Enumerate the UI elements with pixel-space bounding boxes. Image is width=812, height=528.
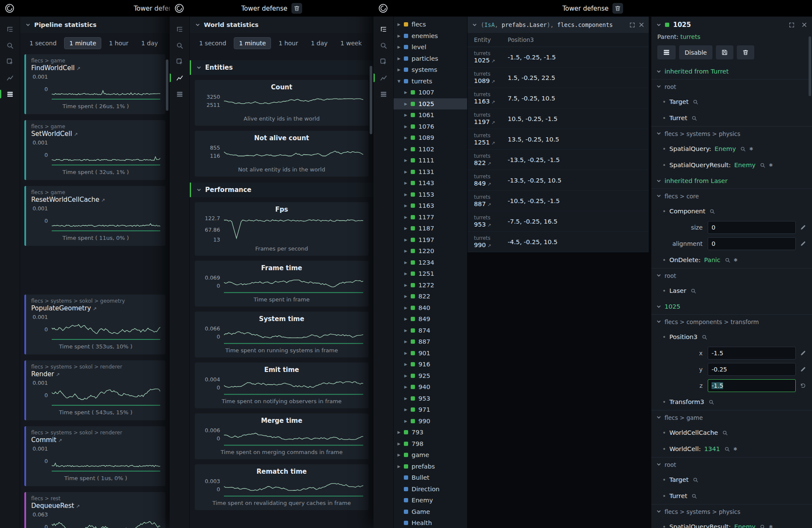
- result-row-822[interactable]: turrets822↗-13.5, -0.25, -1.5: [468, 150, 649, 170]
- time-range-1-minute[interactable]: 1 minute: [234, 37, 271, 49]
- tree-item-level[interactable]: ▶level: [394, 41, 467, 53]
- inspector-section-1025[interactable]: 1025: [651, 299, 812, 314]
- pipeline-stats-icon[interactable]: [0, 88, 20, 100]
- search-icon[interactable]: [725, 257, 730, 263]
- search-icon[interactable]: [691, 493, 697, 499]
- time-range-1-hour[interactable]: 1 hour: [104, 37, 133, 49]
- field-input-y[interactable]: -0.25: [708, 363, 796, 376]
- expand-arrow[interactable]: ▶: [404, 407, 411, 412]
- search-icon[interactable]: [693, 99, 698, 105]
- component-group-flecs-components-transform[interactable]: flecs > components > transform: [651, 314, 812, 329]
- expand-arrow[interactable]: ▶: [404, 215, 411, 219]
- expand-arrow[interactable]: ▶: [397, 453, 404, 457]
- tree-item-940[interactable]: ▶940: [394, 381, 467, 393]
- expand-arrow[interactable]: ▶: [404, 306, 411, 310]
- expand-arrow[interactable]: ▶: [404, 294, 411, 298]
- tree-item-enemies[interactable]: ▶enemies: [394, 30, 467, 42]
- list-view-button[interactable]: [657, 45, 676, 59]
- wildcard-icon[interactable]: ✱: [749, 146, 753, 152]
- tree-item-turrets[interactable]: ▼turrets: [394, 76, 467, 87]
- stat-name-link[interactable]: ResetWorldCellCache↗: [31, 196, 160, 204]
- expand-arrow[interactable]: ▶: [404, 102, 411, 106]
- inspect-icon[interactable]: [0, 55, 20, 68]
- time-range-1-day[interactable]: 1 day: [306, 37, 332, 49]
- component-group-flecs-systems-physics[interactable]: flecs > systems > physics: [651, 504, 812, 519]
- tree-item-798[interactable]: ▶798: [394, 438, 467, 450]
- tree-item-health[interactable]: Health: [394, 517, 467, 528]
- statistics-icon[interactable]: [0, 71, 20, 84]
- tree-item-1197[interactable]: ▶1197: [394, 234, 467, 246]
- expand-arrow[interactable]: ▶: [404, 328, 411, 333]
- pipeline-stats-icon[interactable]: [374, 88, 393, 100]
- component-group-flecs-systems-physics[interactable]: flecs > systems > physics: [651, 126, 812, 141]
- stat-name-link[interactable]: PopulateGeometry↗: [31, 304, 160, 312]
- component-group-flecs-game[interactable]: flecs > game: [651, 410, 812, 425]
- expand-arrow[interactable]: ▶: [397, 22, 404, 27]
- inspector-section-inherited-from-turret[interactable]: inherited from Turret: [651, 64, 812, 79]
- tree-item-game[interactable]: Game: [394, 506, 467, 518]
- expand-arrow[interactable]: ▶: [404, 158, 411, 162]
- expand-arrow[interactable]: ▶: [404, 317, 411, 321]
- field-input-alignment[interactable]: 0: [708, 237, 796, 250]
- expand-arrow[interactable]: ▶: [404, 419, 411, 423]
- tree-item-1251[interactable]: ▶1251: [394, 268, 467, 280]
- edit-pencil-icon[interactable]: [796, 241, 810, 247]
- parent-link[interactable]: turrets: [680, 33, 700, 40]
- field-input-size[interactable]: 0: [708, 221, 796, 234]
- tree-item-bullet[interactable]: Bullet: [394, 472, 467, 484]
- expand-arrow[interactable]: ▶: [404, 385, 411, 389]
- time-range-1-week[interactable]: 1 week: [335, 37, 367, 49]
- expand-arrow[interactable]: ▶: [404, 351, 411, 355]
- stat-name-link[interactable]: FindWorldCell↗: [31, 64, 160, 72]
- tree-item-1220[interactable]: ▶1220: [394, 245, 467, 257]
- wildcard-icon[interactable]: ✱: [769, 524, 773, 528]
- entity-tree-icon[interactable]: [0, 23, 20, 35]
- search-icon[interactable]: [760, 162, 765, 168]
- disable-button[interactable]: Disable: [679, 45, 712, 59]
- tree-item-840[interactable]: ▶840: [394, 302, 467, 314]
- edit-pencil-icon[interactable]: [796, 366, 810, 372]
- tree-item-enemy[interactable]: Enemy: [394, 495, 467, 506]
- expand-arrow[interactable]: ▶: [404, 238, 411, 242]
- time-range-1-hour[interactable]: 1 hour: [274, 37, 303, 49]
- component-group-root[interactable]: root: [651, 457, 812, 472]
- result-row-990[interactable]: turrets990↗-4.5, -0.25, 10.5: [468, 232, 649, 252]
- query-input[interactable]: (IsA, prefabs.Laser), flecs.components: [481, 21, 626, 28]
- search-icon[interactable]: [170, 39, 189, 52]
- tree-item-971[interactable]: ▶971: [394, 404, 467, 416]
- expand-icon[interactable]: [789, 22, 794, 28]
- expand-arrow[interactable]: ▶: [404, 249, 411, 253]
- expand-arrow[interactable]: ▶: [397, 68, 404, 72]
- expand-arrow[interactable]: ▶: [404, 124, 411, 129]
- wildcard-icon[interactable]: ✱: [734, 257, 738, 263]
- tree-item-1025[interactable]: ▶1025: [394, 98, 467, 110]
- result-row-1089[interactable]: turrets1089↗1.5, -0.25, 22.5: [468, 68, 649, 88]
- expand-arrow[interactable]: ▶: [404, 362, 411, 366]
- component-value-link[interactable]: Enemy: [715, 145, 736, 152]
- time-range-1-second[interactable]: 1 second: [194, 37, 231, 49]
- search-icon[interactable]: [722, 430, 728, 436]
- entity-tree-icon[interactable]: [374, 23, 393, 35]
- component-value-link[interactable]: Enemy: [734, 523, 756, 528]
- field-input-z[interactable]: -1.5: [708, 379, 796, 392]
- time-range-1-second[interactable]: 1 second: [24, 37, 62, 49]
- expand-arrow[interactable]: ▶: [404, 283, 411, 287]
- pipeline-stats-icon[interactable]: [170, 88, 189, 100]
- tree-item-793[interactable]: ▶793: [394, 427, 467, 438]
- tree-item-849[interactable]: ▶849: [394, 313, 467, 325]
- component-value-link[interactable]: Panic: [704, 257, 720, 263]
- result-row-849[interactable]: turrets849↗-13.5, -0.25, 10.5: [468, 170, 649, 191]
- inspector-section-inherited-from-laser[interactable]: inherited from Laser: [651, 173, 812, 189]
- component-value-link[interactable]: Enemy: [734, 162, 756, 168]
- tree-item-887[interactable]: ▶887: [394, 336, 467, 348]
- tree-item-1177[interactable]: ▶1177: [394, 212, 467, 223]
- expand-icon[interactable]: [630, 22, 635, 28]
- close-icon[interactable]: [639, 22, 644, 27]
- pipeline-panel-header[interactable]: Pipeline statistics: [20, 17, 170, 33]
- close-icon[interactable]: [802, 22, 807, 27]
- search-icon[interactable]: [691, 288, 696, 294]
- edit-pencil-icon[interactable]: [796, 350, 810, 356]
- tree-item-901[interactable]: ▶901: [394, 348, 467, 359]
- expand-arrow[interactable]: ▶: [404, 136, 411, 140]
- statistics-icon[interactable]: [170, 71, 189, 84]
